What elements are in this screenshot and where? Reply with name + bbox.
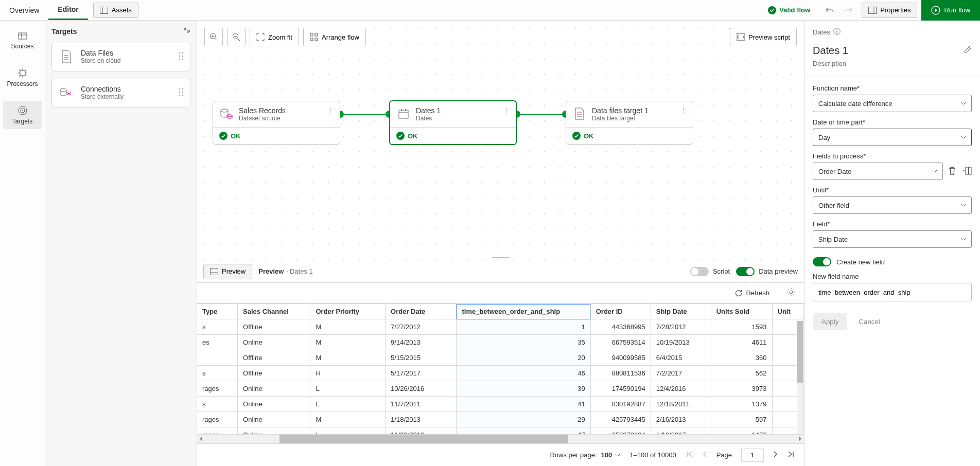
column-header[interactable]: Sales Channel <box>238 304 310 319</box>
create-new-field-toggle[interactable] <box>813 257 831 266</box>
table-row[interactable]: ragesOnlineL10/26/20163917459019412/4/20… <box>197 381 804 397</box>
table-row[interactable]: ragesOnlineL11/30/2016476598781941/16/20… <box>197 427 804 435</box>
tab-editor[interactable]: Editor <box>48 0 87 20</box>
node-subtitle: Dataset source <box>239 115 286 122</box>
table-cell: 41 <box>457 397 590 412</box>
script-toggle[interactable] <box>690 267 709 276</box>
calendar-icon <box>398 108 409 119</box>
zoom-fit-button[interactable]: Zoom fit <box>250 28 299 46</box>
page-input[interactable] <box>741 449 764 462</box>
redo-button[interactable] <box>839 3 857 18</box>
node-menu-button[interactable]: ⋮ <box>680 106 687 114</box>
table-cell: 11/7/2011 <box>386 397 457 412</box>
column-header[interactable]: Ship Date <box>651 304 711 319</box>
preview-script-button[interactable]: Preview script <box>730 28 797 46</box>
last-page-button[interactable] <box>787 451 795 459</box>
next-page-button[interactable] <box>773 451 778 459</box>
data-preview-toggle[interactable] <box>736 267 755 276</box>
flow-canvas[interactable]: Sales Records Dataset source ⋮ OK <box>197 21 804 260</box>
targets-panel: Targets Data Files Store on cloud <box>45 21 197 466</box>
table-cell: H <box>310 366 386 381</box>
rail-targets[interactable]: Targets <box>3 101 42 129</box>
add-field-button[interactable] <box>961 167 972 176</box>
properties-button[interactable]: Properties <box>862 3 917 18</box>
zoom-in-button[interactable] <box>204 28 223 46</box>
drag-handle-icon[interactable] <box>179 87 184 98</box>
table-row[interactable]: sOnlineL11/7/20114183019288712/18/201113… <box>197 397 804 412</box>
table-cell: s <box>197 397 238 412</box>
properties-title: Dates 1 <box>813 45 848 57</box>
svg-line-34 <box>238 39 240 41</box>
zoom-out-button[interactable] <box>227 28 246 46</box>
rows-per-page-select[interactable]: 100 <box>601 451 621 459</box>
svg-rect-3 <box>869 7 877 13</box>
info-icon[interactable] <box>833 28 841 37</box>
rail-sources[interactable]: Sources <box>3 28 42 54</box>
undo-button[interactable] <box>820 3 839 18</box>
node-menu-button[interactable]: ⋮ <box>503 106 510 114</box>
column-header[interactable]: Order Priority <box>310 304 386 319</box>
node-sales-records[interactable]: Sales Records Dataset source ⋮ OK <box>213 101 340 145</box>
prev-page-button[interactable] <box>702 451 707 459</box>
edit-title-button[interactable] <box>964 45 972 57</box>
column-header[interactable]: time_between_order_and_ship <box>457 304 590 319</box>
table-cell: L <box>310 427 386 435</box>
breadcrumb[interactable]: Dates <box>813 28 830 36</box>
function-name-select[interactable]: Calculate date difference <box>813 95 972 112</box>
column-header[interactable]: Units Sold <box>711 304 772 319</box>
rail-processors[interactable]: Processors <box>3 63 42 92</box>
drag-handle-icon[interactable] <box>179 51 184 62</box>
vertical-scrollbar[interactable] <box>797 321 803 434</box>
column-header[interactable]: Order Date <box>386 304 457 319</box>
arrange-flow-button[interactable]: Arrange flow <box>303 28 366 46</box>
node-data-files-target[interactable]: Data files target 1 Data files target ⋮ … <box>566 101 693 145</box>
table-cell: 1/16/2017 <box>651 427 711 435</box>
cancel-button[interactable]: Cancel <box>852 313 886 330</box>
table-row[interactable]: OfflineM5/15/2015209400995856/4/2015360 <box>197 350 804 366</box>
table-cell: L <box>310 381 386 397</box>
horizontal-scrollbar[interactable] <box>197 434 804 443</box>
function-name-label: Function name* <box>813 84 972 92</box>
collapse-panel-button[interactable] <box>183 27 190 35</box>
tab-overview[interactable]: Overview <box>0 0 48 20</box>
column-header[interactable]: Unit <box>772 304 803 319</box>
target-card-connections[interactable]: Connections Store externally <box>51 78 190 107</box>
table-row[interactable]: ragesOnlineM1/18/2013294257934452/16/201… <box>197 412 804 427</box>
settings-button[interactable] <box>786 288 796 298</box>
date-part-select[interactable]: Day <box>813 129 972 146</box>
node-menu-button[interactable]: ⋮ <box>327 106 334 114</box>
new-field-name-input[interactable] <box>813 283 972 301</box>
table-cell: 597 <box>711 412 772 427</box>
target-card-datafiles[interactable]: Data Files Store on cloud <box>51 42 190 71</box>
resize-handle[interactable] <box>492 257 510 259</box>
preview-button[interactable]: Preview <box>203 264 252 279</box>
table-cell: 29 <box>457 412 590 427</box>
page-range: 1–100 of 10000 <box>629 451 676 459</box>
assets-button[interactable]: Assets <box>93 3 138 18</box>
script-label: Script <box>713 267 730 275</box>
table-cell: 10/19/2013 <box>651 335 711 350</box>
table-row[interactable]: sOfflineH5/17/2017468808115367/2/2017562 <box>197 366 804 381</box>
column-header[interactable]: Type <box>197 304 238 319</box>
panel-icon <box>210 268 218 275</box>
chevron-right-icon <box>773 451 778 458</box>
refresh-button[interactable]: Refresh <box>734 289 769 297</box>
apply-button[interactable]: Apply <box>813 313 847 330</box>
table-cell: 6/4/2015 <box>651 350 711 366</box>
table-row[interactable]: esOnlineM9/14/20133566759351410/19/20134… <box>197 335 804 350</box>
delete-field-button[interactable] <box>948 166 956 177</box>
fields-to-process-select[interactable]: Order Date <box>813 163 943 180</box>
script-icon <box>737 33 745 41</box>
field-select[interactable]: Ship Date <box>813 230 972 248</box>
svg-rect-39 <box>315 38 318 41</box>
run-flow-button[interactable]: Run flow <box>921 0 980 21</box>
node-dates-1[interactable]: Dates 1 Dates ⋮ OK <box>389 100 517 145</box>
first-page-button[interactable] <box>686 451 693 459</box>
column-header[interactable]: Order ID <box>590 304 651 319</box>
chevron-left-icon <box>702 451 707 458</box>
table-row[interactable]: sOfflineM7/27/201214433689957/28/2012159… <box>197 319 804 335</box>
table-cell: s <box>197 366 238 381</box>
panel-icon <box>868 7 877 14</box>
until-select[interactable]: Other field <box>813 196 972 214</box>
table-cell: 5/17/2017 <box>386 366 457 381</box>
